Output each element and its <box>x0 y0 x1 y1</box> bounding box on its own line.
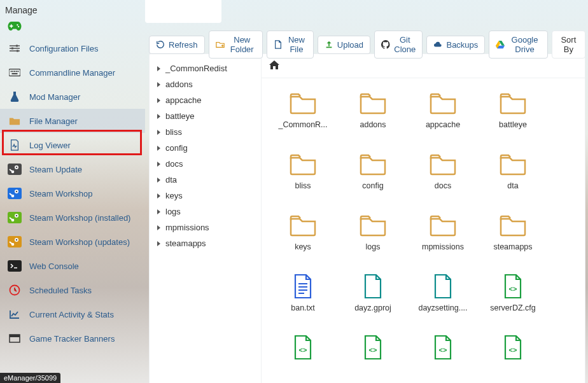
folder-item[interactable]: _CommonR... <box>268 91 338 129</box>
tree-item[interactable]: bliss <box>155 124 256 140</box>
svg-rect-7 <box>16 45 18 47</box>
file-item[interactable]: <> <box>478 335 548 365</box>
folder-icon <box>428 152 458 176</box>
refresh-button[interactable]: Refresh <box>149 36 205 54</box>
folder-icon <box>428 91 458 115</box>
svg-rect-8 <box>11 48 13 50</box>
item-label: dayz.gproj <box>338 303 408 312</box>
sidebar-item-scheduled-tasks[interactable]: Scheduled Tasks <box>0 278 145 302</box>
svg-rect-13 <box>14 71 15 72</box>
sidebar-item-log-viewer[interactable]: Log Viewer <box>0 133 145 157</box>
svg-point-31 <box>16 239 18 241</box>
folder-icon <box>358 213 388 237</box>
file-plus-icon <box>274 40 283 49</box>
svg-point-29 <box>10 237 20 247</box>
svg-rect-10 <box>9 69 20 76</box>
sidebar-item-game-tracker-banners[interactable]: Game Tracker Banners <box>0 326 145 351</box>
folder-item[interactable]: battleye <box>478 91 548 129</box>
svg-rect-11 <box>11 71 12 72</box>
svg-rect-14 <box>16 71 17 72</box>
tree-item[interactable]: dta <box>155 172 256 188</box>
folder-item[interactable]: mpmissions <box>408 213 478 251</box>
svg-point-3 <box>18 26 19 27</box>
file-item[interactable]: dayz.gproj <box>338 274 408 312</box>
steam-dark-icon <box>8 164 22 175</box>
item-label: _CommonR... <box>268 120 338 129</box>
file-item[interactable]: ban.txt <box>268 274 338 312</box>
caret-right-icon <box>157 130 160 135</box>
backups-button[interactable]: Backups <box>426 36 485 54</box>
sidebar-item-label: Steam Workshop (installed) <box>29 213 130 223</box>
controller-icon <box>8 23 22 32</box>
refresh-icon <box>156 40 165 49</box>
svg-text:<>: <> <box>509 285 517 293</box>
svg-rect-36 <box>10 335 20 337</box>
sliders-icon <box>8 43 22 54</box>
svg-text:<>: <> <box>439 346 447 354</box>
tree-item[interactable]: battleye <box>155 108 256 124</box>
sidebar-item-label: Current Activity & Stats <box>29 310 114 319</box>
git-clone-button[interactable]: Git Clone <box>374 31 423 59</box>
svg-rect-1 <box>10 25 13 27</box>
sidebar-item-web-console[interactable]: Web Console <box>0 254 145 278</box>
sidebar-item-file-manager[interactable]: File Manager <box>0 109 145 133</box>
caret-right-icon <box>157 178 160 183</box>
tree-item[interactable]: mpmissions <box>155 219 256 235</box>
folder-item[interactable]: addons <box>338 91 408 129</box>
file-item[interactable]: <> <box>268 335 338 365</box>
folder-item[interactable]: keys <box>268 213 338 251</box>
folder-item[interactable]: steamapps <box>478 213 548 251</box>
folder-icon <box>428 213 458 237</box>
sidebar-item-label: Steam Workshop (updates) <box>29 237 130 247</box>
svg-point-25 <box>10 212 20 223</box>
home-icon[interactable] <box>269 60 279 71</box>
tree-item[interactable]: docs <box>155 156 256 172</box>
folder-tree: _CommonRedistaddonsappcachebattleyebliss… <box>150 54 262 383</box>
folder-item[interactable]: logs <box>338 213 408 251</box>
sidebar-item-configuration-files[interactable]: Configuration Files <box>0 36 145 60</box>
tree-item[interactable]: config <box>155 140 256 156</box>
tree-item[interactable]: keys <box>155 188 256 204</box>
tree-item[interactable]: logs <box>155 204 256 219</box>
folder-item[interactable]: dta <box>478 152 548 190</box>
file-grid: _CommonR...addonsappcachebattleyeblissco… <box>262 78 585 383</box>
file-item[interactable]: <>serverDZ.cfg <box>478 274 548 312</box>
file-icon: <> <box>288 335 318 359</box>
sidebar-item-steam-update[interactable]: Steam Update <box>0 157 145 181</box>
sidebar-item-steam-workshop-updates-[interactable]: Steam Workshop (updates) <box>0 230 145 254</box>
sidebar-item-steam-workshop[interactable]: Steam Workshop <box>0 181 145 205</box>
file-item[interactable]: dayzsetting.... <box>408 274 478 312</box>
sidebar-item-current-activity-stats[interactable]: Current Activity & Stats <box>0 302 145 326</box>
google-drive-button[interactable]: Google Drive <box>489 31 547 59</box>
folder-item[interactable]: bliss <box>268 152 338 190</box>
file-item[interactable]: <> <box>408 335 478 365</box>
folder-icon <box>288 91 318 115</box>
file-icon <box>358 274 388 298</box>
folder-item[interactable]: docs <box>408 152 478 190</box>
folder-item[interactable]: config <box>338 152 408 190</box>
caret-right-icon <box>157 209 160 214</box>
tree-item[interactable]: appcache <box>155 92 256 108</box>
svg-text:<>: <> <box>299 346 307 354</box>
upload-button[interactable]: Upload <box>318 36 370 54</box>
item-label: serverDZ.cfg <box>478 303 548 312</box>
sort-by-button[interactable]: Sort By <box>552 31 585 59</box>
svg-point-19 <box>16 167 18 169</box>
tree-item[interactable]: addons <box>155 76 256 92</box>
folder-item[interactable]: appcache <box>408 91 478 129</box>
new-file-button[interactable]: New File <box>267 31 314 59</box>
svg-rect-16 <box>12 73 18 74</box>
new-folder-button[interactable]: New Folder <box>209 31 263 59</box>
item-label: appcache <box>408 120 478 129</box>
tree-item[interactable]: steamapps <box>155 235 256 251</box>
tree-item[interactable]: _CommonRedist <box>155 60 256 76</box>
file-item[interactable]: <> <box>338 335 408 365</box>
caret-right-icon <box>157 162 160 167</box>
sidebar-item-commandline-manager[interactable]: Commandline Manager <box>0 60 145 85</box>
terminal-icon <box>8 260 22 272</box>
sidebar-item-mod-manager[interactable]: Mod Manager <box>0 85 145 109</box>
file-icon <box>288 274 318 298</box>
svg-rect-15 <box>18 71 19 72</box>
sidebar-item-steam-workshop-installed-[interactable]: Steam Workshop (installed) <box>0 205 145 230</box>
sidebar-item-label: Game Tracker Banners <box>29 334 115 344</box>
